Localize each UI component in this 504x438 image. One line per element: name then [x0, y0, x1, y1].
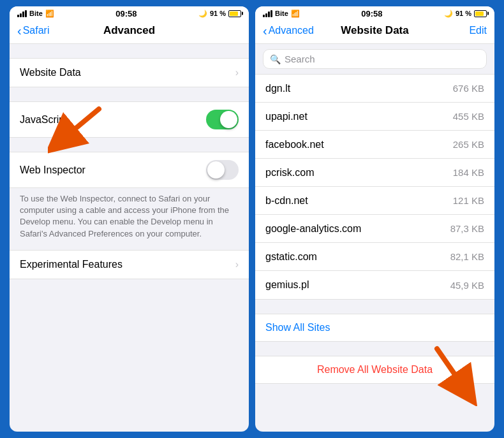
site-size: 82,1 KB — [450, 251, 484, 262]
battery-pct-left: 91 % — [210, 10, 226, 17]
site-row[interactable]: gstatic.com82,1 KB — [255, 243, 494, 271]
site-size: 45,9 KB — [450, 280, 484, 291]
site-row[interactable]: upapi.net455 KB — [255, 103, 494, 131]
left-status-bar: Bite 📶 09:58 🌙 91 % — [10, 6, 249, 20]
site-name: facebook.net — [265, 139, 453, 150]
site-name: google-analytics.com — [265, 223, 450, 235]
site-name: gstatic.com — [265, 251, 450, 263]
left-time: 09:58 — [115, 9, 137, 18]
search-placeholder: Search — [285, 54, 315, 64]
experimental-group: Experimental Features › — [10, 250, 249, 279]
right-nav-bar: ‹ Advanced Website Data Edit — [255, 20, 494, 44]
web-inspector-label: Web Inspector — [20, 164, 206, 176]
right-nav-back[interactable]: ‹ Advanced — [263, 24, 314, 37]
right-back-chevron-icon: ‹ — [263, 24, 267, 37]
right-time: 09:58 — [361, 9, 382, 18]
right-status-bar: Bite 📶 09:58 🌙 91 % — [255, 6, 494, 20]
web-inspector-toggle[interactable] — [206, 160, 239, 180]
site-size: 455 KB — [453, 111, 484, 122]
right-moon-icon: 🌙 — [444, 10, 453, 18]
experimental-chevron-icon: › — [235, 259, 239, 270]
right-back-label: Advanced — [269, 25, 314, 36]
website-data-label: Website Data — [20, 67, 235, 78]
site-size: 121 KB — [453, 195, 484, 206]
experimental-features-row[interactable]: Experimental Features › — [10, 251, 249, 279]
wifi-icon: 📶 — [45, 10, 54, 18]
battery-pct-right: 91 % — [456, 10, 471, 17]
battery-icon-right — [474, 10, 487, 17]
right-wifi-icon: 📶 — [291, 10, 300, 18]
sites-list: dgn.lt676 KBupapi.net455 KBfacebook.net2… — [255, 74, 494, 300]
site-row[interactable]: google-analytics.com87,3 KB — [255, 215, 494, 243]
left-content: Website Data › JavaScript Web Inspector — [10, 44, 249, 279]
remove-all-row[interactable]: Remove All Website Data — [255, 356, 494, 384]
carrier-name: Bite — [29, 10, 43, 17]
site-row[interactable]: pcrisk.com184 KB — [255, 159, 494, 187]
left-nav-bar: ‹ Safari Advanced — [10, 20, 249, 44]
left-status-left: Bite 📶 — [17, 10, 54, 18]
right-content-wrapper: 🔍 Search dgn.lt676 KBupapi.net455 KBface… — [255, 44, 494, 432]
site-name: b-cdn.net — [265, 195, 453, 207]
left-content-wrapper: Website Data › JavaScript Web Inspector — [10, 44, 249, 432]
right-content: 🔍 Search dgn.lt676 KBupapi.net455 KBface… — [255, 44, 494, 384]
show-all-sites-row[interactable]: Show All Sites — [255, 314, 494, 342]
site-size: 265 KB — [453, 139, 484, 150]
battery-fill-right — [475, 11, 484, 16]
left-status-right: 🌙 91 % — [198, 10, 241, 18]
left-settings-group-top: Website Data › — [10, 58, 249, 87]
javascript-row: JavaScript — [10, 102, 249, 137]
site-name: upapi.net — [265, 111, 453, 122]
right-nav-title: Website Data — [341, 24, 408, 37]
signal-bars — [17, 10, 27, 17]
web-inspector-description: To use the Web Inspector, connect to Saf… — [10, 188, 249, 250]
site-size: 676 KB — [453, 83, 484, 94]
javascript-toggle[interactable] — [206, 110, 239, 129]
right-status-right: 🌙 91 % — [444, 10, 487, 18]
site-size: 87,3 KB — [450, 223, 484, 234]
search-bar[interactable]: 🔍 Search — [263, 49, 487, 69]
site-name: dgn.lt — [265, 83, 453, 94]
web-inspector-group: Web Inspector — [10, 152, 249, 188]
toggle-knob-js — [220, 111, 237, 128]
site-row[interactable]: facebook.net265 KB — [255, 131, 494, 159]
site-row[interactable]: dgn.lt676 KB — [255, 75, 494, 103]
back-chevron-icon: ‹ — [17, 24, 22, 37]
search-container: 🔍 Search — [255, 44, 494, 74]
toggle-knob-wi — [207, 161, 225, 179]
left-nav-back[interactable]: ‹ Safari — [17, 24, 49, 37]
left-back-label: Safari — [23, 25, 50, 36]
right-status-left: Bite 📶 — [263, 10, 300, 18]
left-phone-screen: Bite 📶 09:58 🌙 91 % ‹ Safari Advanced We… — [10, 6, 249, 432]
experimental-features-label: Experimental Features — [20, 259, 235, 270]
remove-all-label: Remove All Website Data — [317, 364, 433, 375]
right-signal-bars — [263, 10, 272, 17]
edit-button[interactable]: Edit — [469, 25, 487, 36]
website-data-row[interactable]: Website Data › — [10, 59, 249, 87]
web-inspector-row: Web Inspector — [10, 152, 249, 187]
site-name: pcrisk.com — [265, 167, 453, 179]
moon-icon: 🌙 — [198, 10, 207, 18]
site-row[interactable]: b-cdn.net121 KB — [255, 187, 494, 215]
site-name: gemius.pl — [265, 279, 450, 291]
right-carrier-name: Bite — [275, 10, 288, 17]
javascript-label: JavaScript — [20, 114, 206, 126]
battery-fill-left — [230, 11, 238, 16]
site-size: 184 KB — [453, 167, 484, 178]
javascript-group: JavaScript — [10, 101, 249, 138]
battery-icon-left — [228, 10, 241, 17]
website-data-chevron-icon: › — [235, 67, 239, 78]
site-row[interactable]: gemius.pl45,9 KB — [255, 271, 494, 299]
right-phone-screen: Bite 📶 09:58 🌙 91 % ‹ Advanced Website D… — [255, 6, 494, 432]
search-icon: 🔍 — [270, 54, 281, 64]
left-nav-title: Advanced — [103, 24, 155, 37]
show-all-sites-label: Show All Sites — [265, 322, 330, 333]
